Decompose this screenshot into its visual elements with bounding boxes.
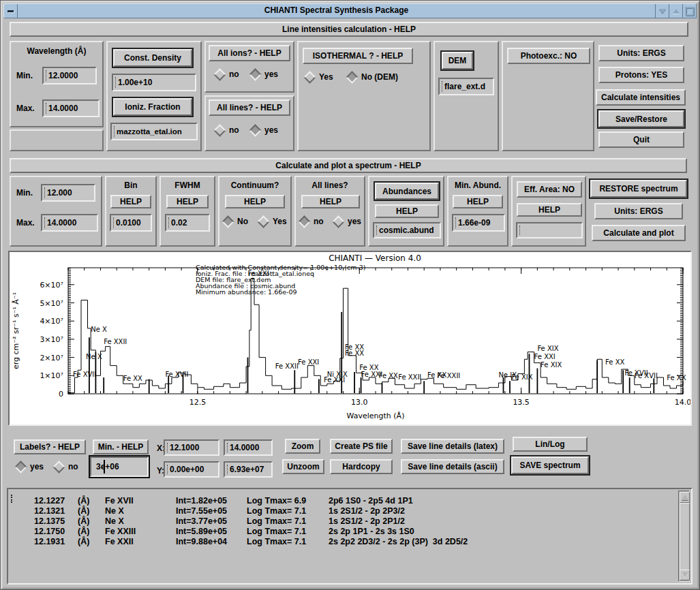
min-abund-panel: Min. Abund. HELP 1.66e-09 [447,176,508,247]
continuum-radio-no[interactable]: No [224,217,248,226]
plot-all-lines-radio-no[interactable]: no [300,217,324,226]
isothermal-radio-yes[interactable]: Yes [305,72,333,82]
bin-panel: Bin HELP 0.0100 [105,176,157,247]
wavelength-title: Wavelength (Å) [11,46,102,56]
density-panel: Const. Density 1.00e+10 Ioniz. Fraction … [106,41,202,151]
x-max-input[interactable]: 14.0000 [224,439,273,456]
all-lines-radio-yes[interactable]: yes [251,125,278,135]
scroll-up-arrow-icon[interactable] [680,492,690,503]
scroll-down-arrow-icon[interactable] [680,570,690,580]
restore-spectrum-button[interactable]: RESTORE spectrum [590,180,687,198]
spectrum-max-input[interactable]: 14.0000 [41,214,98,232]
scrollbar-thumb[interactable] [680,503,690,574]
all-ions-radio-no[interactable]: no [215,69,239,79]
raise-button[interactable] [669,4,682,18]
continuum-help-button[interactable]: HELP [225,195,285,208]
titlebar[interactable]: CHIANTI Spectral Synthesis Package [3,3,697,18]
svg-text:Fe XXII: Fe XXII [275,362,299,370]
section1-header-button[interactable]: Line intensities calculation - HELP [10,22,688,37]
min-abund-input[interactable]: 1.66e-09 [452,214,505,232]
ioniz-file-input[interactable]: mazzotta_etal.ion [110,123,198,140]
lin-log-button[interactable]: Lin/Log [513,437,588,452]
min-abund-help-button[interactable]: HELP [453,195,503,208]
svg-text:Fe XXII: Fe XXII [104,338,127,345]
labels-radio-yes[interactable]: yes [16,462,44,471]
shade-button[interactable] [655,4,669,18]
line-list-output[interactable]: 12.1227(Å)Fe XVIIInt=1.82e+05Log Tmax= 6… [7,488,693,585]
all-lines-help-button[interactable]: All lines? - HELP [209,99,290,116]
units-ergs2-button[interactable]: Units: ERGS [594,203,683,219]
svg-text:Fe XXII: Fe XXII [398,373,421,381]
save-restore-button[interactable]: Save/Restore [598,110,684,127]
x-min-input[interactable]: 12.1000 [164,439,219,456]
isothermal-help-button[interactable]: ISOTHERMAL ? - HELP [303,48,413,64]
max-label: Max. [16,218,35,228]
spectrum-min-input[interactable]: 12.000 [41,184,95,202]
wavelength-min-input[interactable]: 12.0000 [42,67,97,84]
plot-all-lines-help-button[interactable]: HELP [301,195,360,208]
svg-text:Ne X: Ne X [86,353,102,360]
wavelength-max-input[interactable]: 14.0000 [42,99,100,117]
const-density-button[interactable]: Const. Density [113,49,192,67]
window-menu-button[interactable] [4,4,18,18]
save-spectrum-button[interactable]: SAVE spectrum [511,456,589,474]
svg-text:5×10⁷: 5×10⁷ [40,299,63,308]
all-lines-radio-no[interactable]: no [215,125,239,135]
isothermal-panel: ISOTHERMAL ? - HELP Yes No (DEM) [297,41,431,151]
fwhm-help-button[interactable]: HELP [166,195,209,208]
isothermal-radio-no-dem[interactable]: No (DEM) [348,72,398,82]
bin-help-button[interactable]: HELP [110,195,151,208]
hardcopy-button[interactable]: Hardcopy [330,459,393,474]
abundances-help-button[interactable]: HELP [375,204,439,218]
window-menu-icon [7,10,14,12]
unzoom-button[interactable]: Unzoom [282,459,324,474]
plot-all-lines-title: All lines? [296,181,364,190]
calculate-intensities-button[interactable]: Calculate intensities [596,89,686,106]
bin-input[interactable]: 0.0100 [110,214,152,232]
abundances-panel: Abundances HELP cosmic.abund [368,176,444,247]
plot-all-lines-radio-yes[interactable]: yes [334,217,361,226]
abundance-file-input[interactable]: cosmic.abund [373,222,441,238]
text-cursor [11,495,12,503]
photoexc-button[interactable]: Photoexc.: NO [507,48,590,64]
continuum-title: Continuum? [219,181,290,190]
svg-text:6×10⁷: 6×10⁷ [40,281,63,290]
line-list-row: 12.1227(Å)Fe XVIIInt=1.82e+05Log Tmax= 6… [34,496,413,506]
dem-file-input[interactable]: flare_ext.d [438,78,494,95]
triangle-down-icon [659,9,666,14]
quit-button[interactable]: Quit [598,131,684,148]
continuum-radio-yes[interactable]: Yes [259,217,287,226]
svg-text:Fe XVII: Fe XVII [635,372,658,379]
abundances-button[interactable]: Abundances [375,183,439,200]
save-line-details-latex-button[interactable]: Save line details (latex) [401,439,504,454]
eff-area-input[interactable] [516,222,583,238]
ioniz-fraction-button[interactable]: Ioniz. Fraction [113,98,192,116]
fwhm-panel: FWHM HELP 0.02 [159,176,215,247]
y-max-input[interactable]: 6.93e+07 [224,461,273,478]
min-label: Min. [16,188,33,198]
density-input[interactable]: 1.00e+10 [112,74,196,91]
calculate-and-plot-button[interactable]: Calculate and plot [592,225,686,241]
labels-help-button[interactable]: Labels? - HELP [14,439,86,454]
zoom-button[interactable]: Zoom [285,439,320,454]
fwhm-input[interactable]: 0.02 [165,214,210,232]
all-ions-help-button[interactable]: All ions? - HELP [209,45,290,61]
maximize-button[interactable] [682,4,696,18]
protons-button[interactable]: Protons: YES [598,67,684,83]
min-help-button[interactable]: Min. - HELP [93,439,149,454]
eff-area-help-button[interactable]: HELP [517,203,582,217]
dem-button[interactable]: DEM [442,52,473,69]
scrollbar[interactable] [678,491,690,582]
min-label: Min. [16,71,33,80]
spectrum-plot-panel[interactable]: 12.513.013.514.001×10⁷2×10⁷3×10⁷4×10⁷5×1… [8,251,692,426]
y-min-input[interactable]: 0.00e+00 [164,461,219,478]
create-ps-file-button[interactable]: Create PS file [330,439,393,454]
plot-min-intensity-input[interactable]: 3e+06 [90,456,149,477]
eff-area-button[interactable]: Eff. Area: NO [517,181,582,198]
svg-text:4×10⁷: 4×10⁷ [40,317,63,326]
all-ions-radio-yes[interactable]: yes [251,69,278,79]
labels-radio-no[interactable]: no [55,462,78,471]
section2-header-button[interactable]: Calculate and plot a spectrum - HELP [10,158,687,173]
units-ergs-button[interactable]: Units: ERGS [598,45,684,61]
save-line-details-ascii-button[interactable]: Save line details (ascii) [401,459,504,474]
